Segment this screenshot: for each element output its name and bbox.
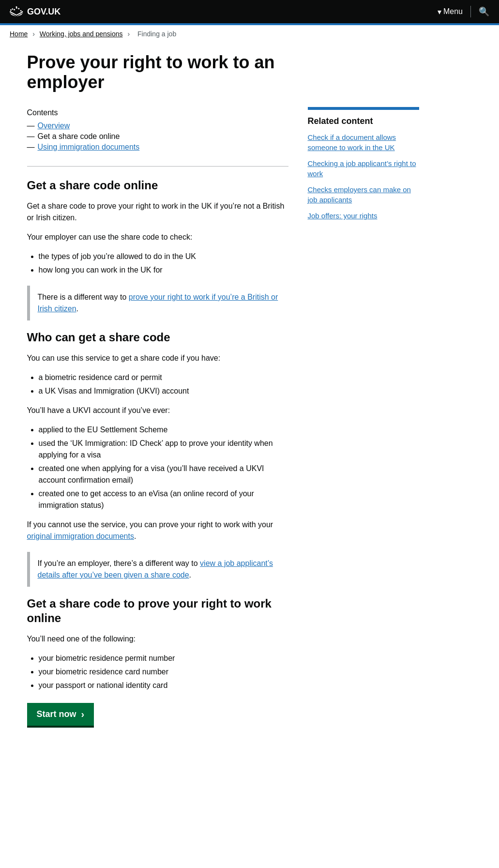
breadcrumb-home[interactable]: Home: [10, 30, 28, 38]
employer-check-item-1: the types of job you’re allowed to do in…: [39, 251, 288, 262]
related-item-1: Check if a document allows someone to wo…: [308, 132, 419, 152]
who-can-intro: You can use this service to get a share …: [27, 352, 288, 364]
have-item-1: a biometric residence card or permit: [39, 372, 288, 383]
need-item-3: your passport or national identity card: [39, 680, 288, 691]
gov-uk-logo[interactable]: GOV.UK: [10, 5, 60, 18]
ukvi-item-4: created one to get access to an eVisa (a…: [39, 488, 288, 511]
page-wrapper: Prove your right to work to an employer …: [17, 43, 482, 747]
british-inset-prefix: There is a different way to: [38, 293, 129, 301]
contents-item-immigration: Using immigration documents: [27, 143, 288, 152]
start-now-label: Start now: [37, 709, 76, 719]
main-content: Contents Overview Get a share code onlin…: [27, 107, 288, 728]
employer-inset-prefix: If you’re an employer, there’s a differe…: [38, 559, 200, 567]
share-code-heading: Get a share code online: [27, 178, 288, 193]
need-item-2: your biometric residence card number: [39, 666, 288, 678]
crown-icon: [10, 5, 23, 18]
contents-list: Overview Get a share code online Using i…: [27, 122, 288, 152]
related-item-3: Checks employers can make on job applica…: [308, 184, 419, 205]
contents-item-share-code: Get a share code online: [27, 132, 288, 141]
related-item-2: Checking a job applicant’s right to work: [308, 158, 419, 179]
employer-inset: If you’re an employer, there’s a differe…: [27, 552, 288, 587]
cannot-use-prefix: If you cannot use the service, you can p…: [27, 520, 273, 529]
section-get-online: Get a share code to prove your right to …: [27, 596, 288, 728]
british-inset-text: There is a different way to prove your r…: [38, 291, 281, 315]
british-inset-suffix: .: [76, 305, 78, 313]
have-items-list: a biometric residence card or permit a U…: [27, 372, 288, 397]
need-item-1: your biometric residence permit number: [39, 653, 288, 664]
start-now-button[interactable]: Start now ›: [27, 703, 94, 728]
contents-link-overview[interactable]: Overview: [38, 122, 70, 130]
get-online-heading: Get a share code to prove your right to …: [27, 596, 288, 625]
related-link-2[interactable]: Checking a job applicant’s right to work: [308, 159, 416, 178]
contents-link-immigration[interactable]: Using immigration documents: [38, 143, 140, 152]
ukvi-intro: You’ll have a UKVI account if you’ve eve…: [27, 405, 288, 416]
need-intro: You’ll need one of the following:: [27, 633, 288, 645]
breadcrumb-working[interactable]: Working, jobs and pensions: [40, 30, 123, 38]
employer-check-item-2: how long you can work in the UK for: [39, 264, 288, 276]
contents-section: Contents Overview Get a share code onlin…: [27, 107, 288, 152]
page-title: Prove your right to work to an employer: [27, 52, 279, 92]
section-who-can: Who can get a share code You can use thi…: [27, 330, 288, 587]
ukvi-item-3: created one when applying for a visa (yo…: [39, 463, 288, 486]
header-nav: ▾ Menu 🔍: [438, 6, 489, 17]
ukvi-item-2: used the ‘UK Immigration: ID Check’ app …: [39, 438, 288, 461]
employer-inset-text: If you’re an employer, there’s a differe…: [38, 558, 281, 581]
share-code-intro: Get a share code to prove your right to …: [27, 200, 288, 224]
breadcrumb-current: Finding a job: [137, 30, 176, 38]
related-content-list: Check if a document allows someone to wo…: [308, 132, 419, 221]
related-link-3[interactable]: Checks employers can make on job applica…: [308, 185, 411, 204]
related-link-1[interactable]: Check if a document allows someone to wo…: [308, 133, 396, 152]
ukvi-items-list: applied to the EU Settlement Scheme used…: [27, 424, 288, 511]
employer-check-list: the types of job you’re allowed to do in…: [27, 251, 288, 276]
menu-label: Menu: [443, 7, 463, 16]
section-divider: [27, 166, 288, 167]
have-item-2: a UK Visas and Immigration (UKVI) accoun…: [39, 385, 288, 397]
site-header: GOV.UK ▾ Menu 🔍: [0, 0, 499, 23]
breadcrumb: Home › Working, jobs and pensions › Find…: [0, 25, 499, 43]
related-link-4[interactable]: Job offers: your rights: [308, 212, 378, 220]
search-icon: 🔍: [479, 7, 489, 16]
sidebar: Related content Check if a document allo…: [308, 107, 419, 227]
immigration-docs-link[interactable]: original immigration documents: [27, 532, 134, 540]
related-content: Related content Check if a document allo…: [308, 107, 419, 221]
menu-button[interactable]: ▾ Menu: [438, 7, 463, 16]
ukvi-item-1: applied to the EU Settlement Scheme: [39, 424, 288, 436]
need-items-list: your biometric residence permit number y…: [27, 653, 288, 691]
cannot-use-suffix: .: [134, 532, 136, 540]
british-inset: There is a different way to prove your r…: [27, 286, 288, 320]
contents-text-share-code: Get a share code online: [38, 132, 120, 141]
menu-chevron-icon: ▾: [438, 7, 441, 16]
contents-label: Contents: [27, 107, 288, 119]
header-divider: [470, 6, 471, 17]
chevron-right-icon: ›: [81, 709, 85, 720]
employer-check-intro: Your employer can use the share code to …: [27, 231, 288, 243]
logo-text: GOV.UK: [27, 7, 60, 17]
contents-item-overview: Overview: [27, 122, 288, 130]
related-content-title: Related content: [308, 116, 419, 127]
cannot-use-text: If you cannot use the service, you can p…: [27, 519, 288, 542]
section-share-code: Get a share code online Get a share code…: [27, 178, 288, 320]
who-can-heading: Who can get a share code: [27, 330, 288, 345]
search-button[interactable]: 🔍: [479, 6, 489, 17]
related-item-4: Job offers: your rights: [308, 211, 419, 221]
content-layout: Contents Overview Get a share code onlin…: [27, 107, 472, 728]
employer-inset-suffix: .: [189, 571, 191, 579]
